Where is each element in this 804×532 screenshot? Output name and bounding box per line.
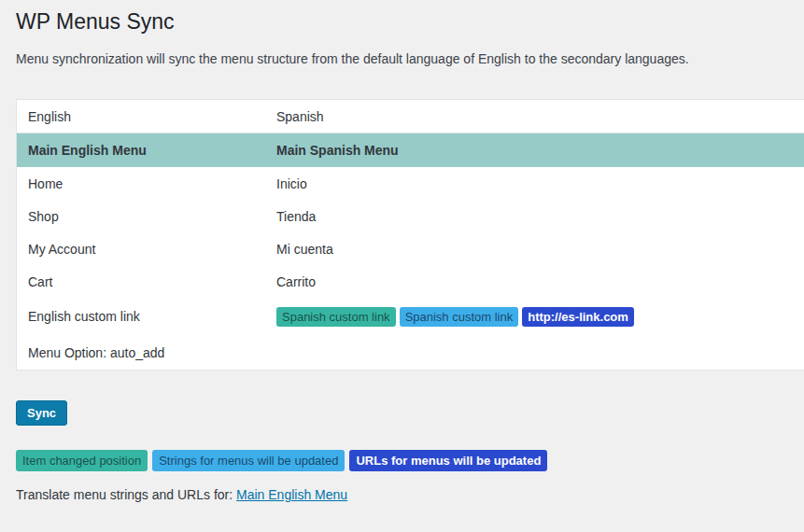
menu-title-row[interactable]: Main English Menu Main Spanish Menu (17, 133, 804, 167)
menu-option-row: Menu Option: auto_add (17, 335, 804, 370)
table-header-row: English Spanish (17, 100, 804, 133)
menu-option-label: Menu Option: auto_add (28, 345, 276, 360)
sync-button[interactable]: Sync (16, 400, 67, 426)
menu-title-spanish: Main Spanish Menu (276, 143, 804, 158)
menu-item-english: My Account (28, 242, 276, 257)
menus-sync-table: English Spanish Main English Menu Main S… (16, 99, 804, 371)
menu-title-english: Main English Menu (28, 143, 276, 158)
page-description: Menu synchronization will sync the menu … (16, 50, 804, 69)
menu-item-spanish: Tienda (276, 209, 804, 224)
custom-link-row: English custom link Spanish custom link … (17, 298, 804, 335)
column-header-spanish: Spanish (276, 109, 804, 124)
custom-link-english: English custom link (28, 309, 276, 324)
item-changed-position-badge: Spanish custom link (276, 307, 396, 327)
menu-item-english: Cart (28, 274, 276, 289)
menu-item-english: Shop (28, 209, 276, 224)
legend-urls-updated: URLs for menus will be updated (349, 450, 547, 471)
menu-item-english: Home (28, 176, 276, 191)
legend-item-changed-position: Item changed position (16, 450, 148, 471)
menu-item-spanish: Carrito (276, 274, 804, 289)
menu-item-spanish: Mi cuenta (276, 242, 804, 257)
table-row: Cart Carrito (17, 265, 804, 298)
table-row: Shop Tienda (17, 200, 804, 232)
translate-footer-text: Translate menu strings and URLs for: (16, 487, 233, 502)
menu-item-spanish: Inicio (276, 176, 804, 191)
custom-link-badges: Spanish custom link Spanish custom link … (276, 307, 804, 327)
legend-strings-updated: Strings for menus will be updated (152, 450, 345, 471)
strings-updated-badge: Spanish custom link (400, 307, 519, 327)
page-title: WP Menus Sync (16, 8, 804, 36)
column-header-english: English (28, 109, 276, 124)
table-row: My Account Mi cuenta (17, 232, 804, 265)
main-english-menu-link[interactable]: Main English Menu (236, 487, 347, 502)
translate-footer: Translate menu strings and URLs for: Mai… (16, 487, 804, 502)
url-updated-badge: http://es-link.com (522, 307, 634, 327)
table-row: Home Inicio (17, 167, 804, 200)
wp-menus-sync-page: WP Menus Sync Menu synchronization will … (0, 0, 804, 502)
legend: Item changed position Strings for menus … (16, 450, 804, 471)
